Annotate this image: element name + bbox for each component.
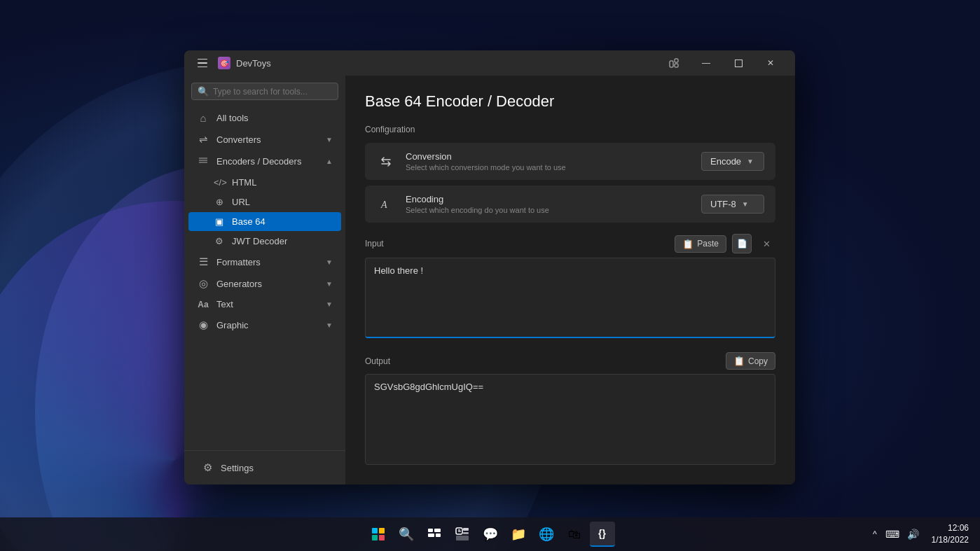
sidebar-item-generators[interactable]: ◎ Generators ▼ [188,273,341,294]
minimize-button[interactable]: — [690,50,722,76]
sidebar-item-label: Settings [221,463,254,473]
encoding-icon: A [376,195,396,214]
sidebar-item-url[interactable]: ⊕ URL [188,193,341,211]
conversion-text: Conversion Select which conversion mode … [406,151,691,172]
taskbar-right: ^ ⌨ 🔊 12:06 1/18/2022 [870,522,980,546]
text-icon: Aa [197,300,209,309]
search-taskbar-icon: 🔍 [399,526,414,542]
encoding-dropdown[interactable]: UTF-8 ▼ [701,195,764,214]
chat-icon: 💬 [483,526,498,542]
svg-rect-9 [372,535,378,540]
home-icon: ⌂ [197,112,209,124]
svg-rect-19 [463,532,469,534]
maximize-button[interactable] [722,50,754,76]
hamburger-line-1 [198,59,207,60]
chevron-down-icon: ▼ [326,300,333,308]
copy-button[interactable]: 📋 Copy [726,352,775,370]
widgets-button[interactable] [450,522,475,547]
clock[interactable]: 12:06 1/18/2022 [926,522,974,546]
main-content: Base 64 Encoder / Decoder Configuration … [345,76,795,484]
close-button[interactable]: ✕ [754,50,787,76]
svg-text:A: A [380,200,387,210]
file-button[interactable]: 📄 [732,234,752,253]
sidebar-item-jwt-decoder[interactable]: ⚙ JWT Decoder [188,232,341,251]
converters-icon: ⇌ [197,133,209,146]
sidebar-item-label: Formatters [216,257,261,267]
snap-button[interactable] [658,50,690,76]
sidebar-nav: ⌂ All tools ⇌ Converters ▼ [184,107,345,450]
html-icon: </> [214,177,225,188]
sidebar-item-all-tools[interactable]: ⌂ All tools [188,108,341,128]
sidebar-item-label: Converters [216,134,261,145]
encoding-config-card: A Encoding Select which encoding do you … [365,186,775,223]
output-textarea[interactable]: SGVsbG8gdGhlcmUgIQ== [365,374,775,465]
svg-rect-14 [436,533,441,537]
search-taskbar-button[interactable]: 🔍 [394,522,419,547]
encoding-title: Encoding [406,194,691,204]
desktop: 🎯 DevToys — ✕ [0,0,980,551]
sidebar-item-label: Generators [216,279,262,289]
store-button[interactable]: 🛍 [562,522,587,547]
keyboard-icon[interactable]: ⌨ [883,524,902,544]
app-logo: 🎯 [218,57,230,69]
hamburger-button[interactable] [193,53,212,73]
sidebar: 🔍 ⌂ All tools ⇌ Converters ▼ [184,76,345,484]
encoding-text: Encoding Select which encoding do you wa… [406,194,691,214]
search-box[interactable]: 🔍 [191,83,338,100]
start-button[interactable] [366,522,391,547]
sidebar-item-graphic[interactable]: ◉ Graphic ▼ [188,314,341,335]
generators-icon: ◎ [197,277,209,290]
sidebar-item-label: All tools [216,113,249,123]
svg-rect-7 [372,528,378,533]
jwt-icon: ⚙ [214,236,225,246]
sidebar-item-label: Text [216,299,233,309]
system-tray-expand[interactable]: ^ [870,529,880,539]
conversion-title: Conversion [406,151,691,162]
output-label: Output [365,356,720,366]
paste-button[interactable]: 📋 Paste [675,235,726,253]
chevron-up-icon: ^ [873,529,877,539]
app-title: DevToys [236,58,271,69]
sidebar-item-settings[interactable]: ⚙ Settings [193,457,337,478]
file-explorer-icon: 📁 [511,526,526,542]
taskbar: 🔍 [0,517,980,551]
chevron-up-icon: ▲ [326,158,333,165]
clear-button[interactable]: ✕ [757,235,775,253]
output-section: Output 📋 Copy SGVsbG8gdGhlcmUgIQ== [365,352,775,468]
clear-icon: ✕ [763,239,771,249]
sidebar-item-formatters[interactable]: ☰ Formatters ▼ [188,251,341,272]
input-header: Input 📋 Paste 📄 ✕ [365,234,775,253]
search-icon: 🔍 [198,86,209,97]
search-input[interactable] [213,87,332,97]
input-textarea[interactable]: Hello there ! [365,258,775,338]
sidebar-item-encoders-decoders[interactable]: Encoders / Decoders ▲ [188,151,341,172]
svg-rect-12 [434,529,441,532]
sidebar-item-converters[interactable]: ⇌ Converters ▼ [188,129,341,150]
title-bar-left: 🎯 DevToys [193,53,271,73]
conversion-dropdown[interactable]: Encode ▼ [701,152,764,171]
sys-icons: ⌨ 🔊 [883,524,923,544]
clock-time: 12:06 [932,522,969,534]
encoders-icon [197,155,209,168]
app-window: 🎯 DevToys — ✕ [184,50,795,484]
sidebar-item-text[interactable]: Aa Text ▼ [188,295,341,314]
input-label: Input [365,239,669,249]
sidebar-item-label: Graphic [216,320,249,330]
file-icon: 📄 [737,239,747,249]
svg-rect-8 [379,528,385,533]
sidebar-item-base64[interactable]: ▣ Base 64 [188,212,341,231]
file-explorer-button[interactable]: 📁 [506,522,531,547]
window-controls: — ✕ [658,50,787,76]
sidebar-item-html[interactable]: </> HTML [188,173,341,192]
configuration-label: Configuration [365,125,775,134]
edge-button[interactable]: 🌐 [534,522,559,547]
devtoys-taskbar-button[interactable]: {} [590,522,615,547]
edge-icon: 🌐 [539,526,554,542]
speaker-icon[interactable]: 🔊 [904,524,923,544]
title-bar: 🎯 DevToys — ✕ [184,50,795,76]
sidebar-item-label: Base 64 [232,216,265,227]
sidebar-item-label: JWT Decoder [232,236,287,246]
task-view-button[interactable] [422,522,447,547]
conversion-control: Encode ▼ [701,152,764,171]
chat-button[interactable]: 💬 [478,522,503,547]
